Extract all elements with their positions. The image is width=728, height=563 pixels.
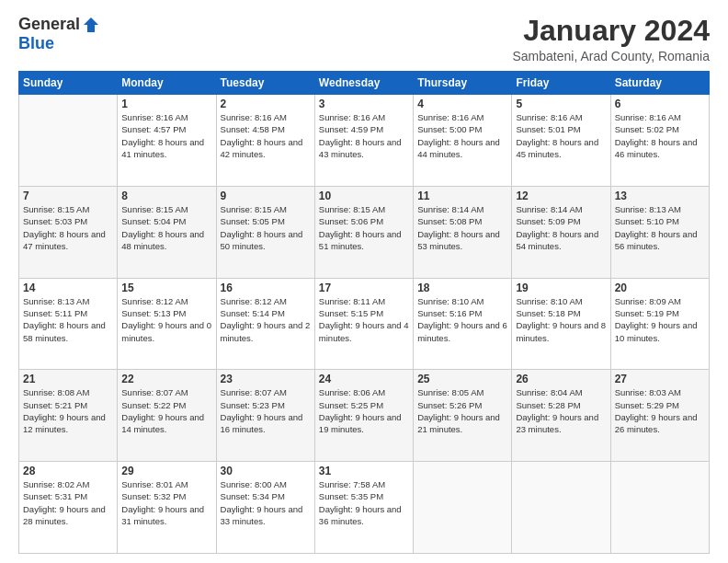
calendar-cell: 20Sunrise: 8:09 AMSunset: 5:19 PMDayligh… bbox=[610, 278, 709, 370]
day-header-monday: Monday bbox=[118, 72, 216, 95]
calendar-cell: 26Sunrise: 8:04 AMSunset: 5:28 PMDayligh… bbox=[512, 370, 610, 462]
calendar-cell: 3Sunrise: 8:16 AMSunset: 4:59 PMDaylight… bbox=[314, 95, 413, 187]
day-number: 30 bbox=[221, 465, 311, 477]
calendar-cell: 15Sunrise: 8:12 AMSunset: 5:13 PMDayligh… bbox=[118, 278, 216, 370]
calendar-cell bbox=[610, 462, 709, 554]
calendar-cell bbox=[414, 462, 512, 554]
day-number: 31 bbox=[319, 465, 409, 477]
day-number: 17 bbox=[319, 282, 409, 294]
calendar-cell bbox=[19, 95, 118, 187]
day-number: 13 bbox=[615, 190, 705, 202]
calendar-cell: 12Sunrise: 8:14 AMSunset: 5:09 PMDayligh… bbox=[512, 186, 610, 278]
logo-blue-text: Blue bbox=[18, 34, 54, 53]
day-info: Sunrise: 8:16 AMSunset: 4:57 PMDaylight:… bbox=[121, 111, 211, 160]
day-number: 5 bbox=[516, 98, 606, 110]
calendar-cell: 1Sunrise: 8:16 AMSunset: 4:57 PMDaylight… bbox=[118, 95, 216, 187]
day-info: Sunrise: 8:15 AMSunset: 5:03 PMDaylight:… bbox=[23, 203, 113, 252]
calendar-cell: 29Sunrise: 8:01 AMSunset: 5:32 PMDayligh… bbox=[118, 462, 216, 554]
day-header-tuesday: Tuesday bbox=[216, 72, 314, 95]
logo: General Blue bbox=[18, 15, 100, 53]
svg-marker-0 bbox=[84, 17, 98, 32]
day-info: Sunrise: 8:07 AMSunset: 5:23 PMDaylight:… bbox=[221, 386, 311, 435]
day-number: 27 bbox=[615, 373, 705, 385]
day-info: Sunrise: 8:16 AMSunset: 5:02 PMDaylight:… bbox=[615, 111, 705, 160]
calendar-cell: 2Sunrise: 8:16 AMSunset: 4:58 PMDaylight… bbox=[216, 95, 314, 187]
day-header-sunday: Sunday bbox=[19, 72, 118, 95]
day-number: 10 bbox=[319, 190, 409, 202]
day-info: Sunrise: 8:16 AMSunset: 5:00 PMDaylight:… bbox=[417, 111, 507, 160]
month-title: January 2024 bbox=[512, 15, 710, 47]
day-info: Sunrise: 7:58 AMSunset: 5:35 PMDaylight:… bbox=[319, 478, 409, 527]
day-number: 23 bbox=[221, 373, 311, 385]
day-info: Sunrise: 8:13 AMSunset: 5:11 PMDaylight:… bbox=[23, 295, 113, 344]
calendar-cell: 31Sunrise: 7:58 AMSunset: 5:35 PMDayligh… bbox=[314, 462, 413, 554]
day-number: 12 bbox=[516, 190, 606, 202]
calendar-cell: 25Sunrise: 8:05 AMSunset: 5:26 PMDayligh… bbox=[414, 370, 512, 462]
calendar-cell: 23Sunrise: 8:07 AMSunset: 5:23 PMDayligh… bbox=[216, 370, 314, 462]
calendar-cell: 14Sunrise: 8:13 AMSunset: 5:11 PMDayligh… bbox=[19, 278, 118, 370]
day-info: Sunrise: 8:06 AMSunset: 5:25 PMDaylight:… bbox=[319, 386, 409, 435]
calendar-cell: 16Sunrise: 8:12 AMSunset: 5:14 PMDayligh… bbox=[216, 278, 314, 370]
calendar-cell: 28Sunrise: 8:02 AMSunset: 5:31 PMDayligh… bbox=[19, 462, 118, 554]
day-number: 24 bbox=[319, 373, 409, 385]
calendar-cell: 5Sunrise: 8:16 AMSunset: 5:01 PMDaylight… bbox=[512, 95, 610, 187]
day-info: Sunrise: 8:07 AMSunset: 5:22 PMDaylight:… bbox=[121, 386, 211, 435]
day-number: 11 bbox=[417, 190, 507, 202]
location: Sambateni, Arad County, Romania bbox=[512, 49, 710, 63]
day-info: Sunrise: 8:04 AMSunset: 5:28 PMDaylight:… bbox=[516, 386, 606, 435]
day-info: Sunrise: 8:05 AMSunset: 5:26 PMDaylight:… bbox=[417, 386, 507, 435]
calendar-cell: 18Sunrise: 8:10 AMSunset: 5:16 PMDayligh… bbox=[414, 278, 512, 370]
calendar-cell: 30Sunrise: 8:00 AMSunset: 5:34 PMDayligh… bbox=[216, 462, 314, 554]
calendar-cell: 4Sunrise: 8:16 AMSunset: 5:00 PMDaylight… bbox=[414, 95, 512, 187]
calendar-cell: 21Sunrise: 8:08 AMSunset: 5:21 PMDayligh… bbox=[19, 370, 118, 462]
day-number: 2 bbox=[221, 98, 311, 110]
calendar-header-row: SundayMondayTuesdayWednesdayThursdayFrid… bbox=[19, 72, 710, 95]
calendar-cell: 6Sunrise: 8:16 AMSunset: 5:02 PMDaylight… bbox=[610, 95, 709, 187]
day-info: Sunrise: 8:03 AMSunset: 5:29 PMDaylight:… bbox=[615, 386, 705, 435]
calendar-cell: 7Sunrise: 8:15 AMSunset: 5:03 PMDaylight… bbox=[19, 186, 118, 278]
day-info: Sunrise: 8:02 AMSunset: 5:31 PMDaylight:… bbox=[23, 478, 113, 527]
header: General Blue January 2024 Sambateni, Ara… bbox=[18, 15, 710, 63]
day-number: 15 bbox=[121, 282, 211, 294]
calendar-table: SundayMondayTuesdayWednesdayThursdayFrid… bbox=[18, 71, 710, 554]
page: General Blue January 2024 Sambateni, Ara… bbox=[0, 0, 728, 563]
day-header-saturday: Saturday bbox=[610, 72, 709, 95]
day-header-thursday: Thursday bbox=[414, 72, 512, 95]
calendar-cell: 10Sunrise: 8:15 AMSunset: 5:06 PMDayligh… bbox=[314, 186, 413, 278]
calendar-cell: 24Sunrise: 8:06 AMSunset: 5:25 PMDayligh… bbox=[314, 370, 413, 462]
day-info: Sunrise: 8:10 AMSunset: 5:16 PMDaylight:… bbox=[417, 295, 507, 344]
day-number: 22 bbox=[121, 373, 211, 385]
day-info: Sunrise: 8:00 AMSunset: 5:34 PMDaylight:… bbox=[221, 478, 311, 527]
day-number: 9 bbox=[221, 190, 311, 202]
day-info: Sunrise: 8:16 AMSunset: 4:59 PMDaylight:… bbox=[319, 111, 409, 160]
day-info: Sunrise: 8:16 AMSunset: 5:01 PMDaylight:… bbox=[516, 111, 606, 160]
day-number: 20 bbox=[615, 282, 705, 294]
day-number: 21 bbox=[23, 373, 113, 385]
day-number: 28 bbox=[23, 465, 113, 477]
day-number: 8 bbox=[121, 190, 211, 202]
day-number: 16 bbox=[221, 282, 311, 294]
day-number: 1 bbox=[121, 98, 211, 110]
calendar-cell: 9Sunrise: 8:15 AMSunset: 5:05 PMDaylight… bbox=[216, 186, 314, 278]
day-header-friday: Friday bbox=[512, 72, 610, 95]
day-info: Sunrise: 8:15 AMSunset: 5:05 PMDaylight:… bbox=[221, 203, 311, 252]
calendar-week-row: 28Sunrise: 8:02 AMSunset: 5:31 PMDayligh… bbox=[19, 462, 710, 554]
calendar-cell: 13Sunrise: 8:13 AMSunset: 5:10 PMDayligh… bbox=[610, 186, 709, 278]
day-number: 3 bbox=[319, 98, 409, 110]
day-info: Sunrise: 8:11 AMSunset: 5:15 PMDaylight:… bbox=[319, 295, 409, 344]
calendar-cell bbox=[512, 462, 610, 554]
day-number: 14 bbox=[23, 282, 113, 294]
day-number: 25 bbox=[417, 373, 507, 385]
day-info: Sunrise: 8:10 AMSunset: 5:18 PMDaylight:… bbox=[516, 295, 606, 344]
day-header-wednesday: Wednesday bbox=[314, 72, 413, 95]
day-info: Sunrise: 8:15 AMSunset: 5:06 PMDaylight:… bbox=[319, 203, 409, 252]
day-info: Sunrise: 8:13 AMSunset: 5:10 PMDaylight:… bbox=[615, 203, 705, 252]
day-info: Sunrise: 8:09 AMSunset: 5:19 PMDaylight:… bbox=[615, 295, 705, 344]
day-number: 26 bbox=[516, 373, 606, 385]
calendar-cell: 19Sunrise: 8:10 AMSunset: 5:18 PMDayligh… bbox=[512, 278, 610, 370]
calendar-cell: 8Sunrise: 8:15 AMSunset: 5:04 PMDaylight… bbox=[118, 186, 216, 278]
day-info: Sunrise: 8:16 AMSunset: 4:58 PMDaylight:… bbox=[221, 111, 311, 160]
day-number: 18 bbox=[417, 282, 507, 294]
calendar-week-row: 14Sunrise: 8:13 AMSunset: 5:11 PMDayligh… bbox=[19, 278, 710, 370]
logo-icon bbox=[82, 16, 100, 34]
